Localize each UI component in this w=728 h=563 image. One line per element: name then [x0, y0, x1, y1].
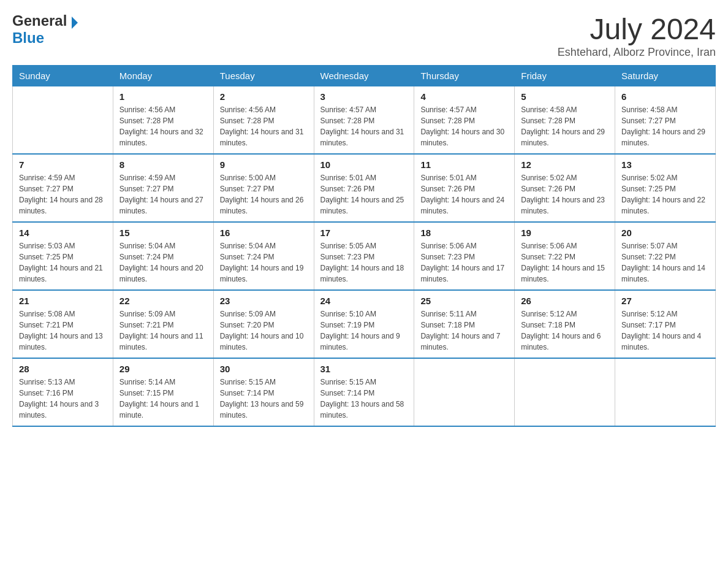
calendar-cell: 23Sunrise: 5:09 AMSunset: 7:20 PMDayligh… — [213, 290, 314, 358]
calendar-header-saturday: Saturday — [615, 66, 716, 86]
day-info: Sunrise: 4:58 AMSunset: 7:28 PMDaylight:… — [521, 104, 609, 148]
logo: General Blue — [12, 12, 121, 47]
day-info: Sunrise: 5:02 AMSunset: 7:25 PMDaylight:… — [621, 172, 709, 216]
calendar-cell: 11Sunrise: 5:01 AMSunset: 7:26 PMDayligh… — [414, 154, 515, 222]
calendar-cell: 27Sunrise: 5:12 AMSunset: 7:17 PMDayligh… — [615, 290, 716, 358]
calendar-cell: 8Sunrise: 4:59 AMSunset: 7:27 PMDaylight… — [113, 154, 213, 222]
calendar-cell: 3Sunrise: 4:57 AMSunset: 7:28 PMDaylight… — [314, 86, 414, 155]
calendar-cell: 7Sunrise: 4:59 AMSunset: 7:27 PMDaylight… — [13, 154, 113, 222]
day-info: Sunrise: 5:15 AMSunset: 7:14 PMDaylight:… — [320, 377, 408, 421]
calendar-week-row: 14Sunrise: 5:03 AMSunset: 7:25 PMDayligh… — [13, 222, 716, 290]
calendar-cell: 19Sunrise: 5:06 AMSunset: 7:22 PMDayligh… — [515, 222, 615, 290]
day-info: Sunrise: 5:09 AMSunset: 7:20 PMDaylight:… — [220, 308, 308, 353]
calendar-cell: 2Sunrise: 4:56 AMSunset: 7:28 PMDaylight… — [213, 86, 314, 155]
calendar-table: SundayMondayTuesdayWednesdayThursdayFrid… — [12, 65, 716, 427]
day-info: Sunrise: 5:04 AMSunset: 7:24 PMDaylight:… — [220, 240, 308, 285]
day-number: 10 — [320, 159, 408, 170]
calendar-cell — [515, 358, 615, 426]
day-info: Sunrise: 5:01 AMSunset: 7:26 PMDaylight:… — [320, 172, 408, 216]
day-info: Sunrise: 5:08 AMSunset: 7:21 PMDaylight:… — [19, 308, 107, 353]
calendar-header-tuesday: Tuesday — [213, 66, 314, 86]
day-number: 25 — [420, 296, 508, 306]
day-info: Sunrise: 4:59 AMSunset: 7:27 PMDaylight:… — [119, 172, 207, 216]
day-info: Sunrise: 5:12 AMSunset: 7:17 PMDaylight:… — [621, 308, 709, 353]
page-header: General Blue July 2024 Eshtehard, Alborz… — [12, 12, 716, 59]
calendar-cell — [13, 86, 113, 155]
day-info: Sunrise: 4:57 AMSunset: 7:28 PMDaylight:… — [420, 104, 508, 148]
day-info: Sunrise: 5:05 AMSunset: 7:23 PMDaylight:… — [320, 240, 408, 285]
day-number: 17 — [320, 228, 408, 238]
day-number: 8 — [119, 159, 207, 170]
calendar-cell: 15Sunrise: 5:04 AMSunset: 7:24 PMDayligh… — [113, 222, 213, 290]
calendar-week-row: 28Sunrise: 5:13 AMSunset: 7:16 PMDayligh… — [13, 358, 716, 426]
calendar-week-row: 1Sunrise: 4:56 AMSunset: 7:28 PMDaylight… — [13, 86, 716, 155]
calendar-cell: 10Sunrise: 5:01 AMSunset: 7:26 PMDayligh… — [314, 154, 414, 222]
day-number: 16 — [220, 228, 308, 238]
day-number: 23 — [220, 296, 308, 306]
day-info: Sunrise: 4:58 AMSunset: 7:27 PMDaylight:… — [621, 104, 709, 148]
calendar-cell: 24Sunrise: 5:10 AMSunset: 7:19 PMDayligh… — [314, 290, 414, 358]
calendar-cell: 4Sunrise: 4:57 AMSunset: 7:28 PMDaylight… — [414, 86, 515, 155]
day-info: Sunrise: 5:00 AMSunset: 7:27 PMDaylight:… — [220, 172, 308, 216]
calendar-cell — [414, 358, 515, 426]
day-number: 22 — [119, 296, 207, 306]
day-number: 28 — [19, 364, 107, 374]
day-number: 7 — [19, 159, 107, 170]
day-number: 6 — [621, 91, 709, 102]
day-info: Sunrise: 5:10 AMSunset: 7:19 PMDaylight:… — [320, 308, 408, 353]
title-section: July 2024 Eshtehard, Alborz Province, Ir… — [558, 12, 716, 59]
calendar-cell: 20Sunrise: 5:07 AMSunset: 7:22 PMDayligh… — [615, 222, 716, 290]
day-info: Sunrise: 5:06 AMSunset: 7:23 PMDaylight:… — [420, 240, 508, 285]
day-info: Sunrise: 5:11 AMSunset: 7:18 PMDaylight:… — [420, 308, 508, 353]
logo-text-general: General — [12, 12, 67, 29]
calendar-cell: 13Sunrise: 5:02 AMSunset: 7:25 PMDayligh… — [615, 154, 716, 222]
day-number: 30 — [220, 364, 308, 374]
day-number: 20 — [621, 228, 709, 238]
calendar-cell: 25Sunrise: 5:11 AMSunset: 7:18 PMDayligh… — [414, 290, 515, 358]
month-title: July 2024 — [558, 12, 716, 46]
day-number: 13 — [621, 159, 709, 170]
location-subtitle: Eshtehard, Alborz Province, Iran — [558, 46, 716, 59]
calendar-header-wednesday: Wednesday — [314, 66, 414, 86]
calendar-cell: 28Sunrise: 5:13 AMSunset: 7:16 PMDayligh… — [13, 358, 113, 426]
calendar-header-sunday: Sunday — [13, 66, 113, 86]
day-info: Sunrise: 4:56 AMSunset: 7:28 PMDaylight:… — [119, 104, 207, 148]
calendar-cell: 5Sunrise: 4:58 AMSunset: 7:28 PMDaylight… — [515, 86, 615, 155]
day-info: Sunrise: 5:09 AMSunset: 7:21 PMDaylight:… — [119, 308, 207, 353]
calendar-cell: 21Sunrise: 5:08 AMSunset: 7:21 PMDayligh… — [13, 290, 113, 358]
calendar-header-row: SundayMondayTuesdayWednesdayThursdayFrid… — [13, 66, 716, 86]
day-info: Sunrise: 5:02 AMSunset: 7:26 PMDaylight:… — [521, 172, 609, 216]
calendar-cell: 18Sunrise: 5:06 AMSunset: 7:23 PMDayligh… — [414, 222, 515, 290]
calendar-cell: 14Sunrise: 5:03 AMSunset: 7:25 PMDayligh… — [13, 222, 113, 290]
day-number: 11 — [420, 159, 508, 170]
day-info: Sunrise: 5:14 AMSunset: 7:15 PMDaylight:… — [119, 377, 207, 421]
calendar-cell: 22Sunrise: 5:09 AMSunset: 7:21 PMDayligh… — [113, 290, 213, 358]
calendar-week-row: 21Sunrise: 5:08 AMSunset: 7:21 PMDayligh… — [13, 290, 716, 358]
day-number: 29 — [119, 364, 207, 374]
day-info: Sunrise: 5:12 AMSunset: 7:18 PMDaylight:… — [521, 308, 609, 353]
day-number: 14 — [19, 228, 107, 238]
day-number: 3 — [320, 91, 408, 102]
calendar-header-friday: Friday — [515, 66, 615, 86]
day-number: 21 — [19, 296, 107, 306]
day-info: Sunrise: 5:07 AMSunset: 7:22 PMDaylight:… — [621, 240, 709, 285]
calendar-cell: 16Sunrise: 5:04 AMSunset: 7:24 PMDayligh… — [213, 222, 314, 290]
calendar-cell: 12Sunrise: 5:02 AMSunset: 7:26 PMDayligh… — [515, 154, 615, 222]
calendar-cell: 30Sunrise: 5:15 AMSunset: 7:14 PMDayligh… — [213, 358, 314, 426]
day-number: 31 — [320, 364, 408, 374]
day-info: Sunrise: 5:13 AMSunset: 7:16 PMDaylight:… — [19, 377, 107, 421]
day-number: 2 — [220, 91, 308, 102]
calendar-cell: 9Sunrise: 5:00 AMSunset: 7:27 PMDaylight… — [213, 154, 314, 222]
day-number: 12 — [521, 159, 609, 170]
calendar-cell: 31Sunrise: 5:15 AMSunset: 7:14 PMDayligh… — [314, 358, 414, 426]
day-info: Sunrise: 4:56 AMSunset: 7:28 PMDaylight:… — [220, 104, 308, 148]
day-number: 5 — [521, 91, 609, 102]
calendar-cell — [615, 358, 716, 426]
calendar-header-thursday: Thursday — [414, 66, 515, 86]
day-info: Sunrise: 5:06 AMSunset: 7:22 PMDaylight:… — [521, 240, 609, 285]
day-number: 19 — [521, 228, 609, 238]
logo-text-blue: Blue — [12, 29, 121, 47]
calendar-cell: 6Sunrise: 4:58 AMSunset: 7:27 PMDaylight… — [615, 86, 716, 155]
day-number: 27 — [621, 296, 709, 306]
calendar-cell: 1Sunrise: 4:56 AMSunset: 7:28 PMDaylight… — [113, 86, 213, 155]
